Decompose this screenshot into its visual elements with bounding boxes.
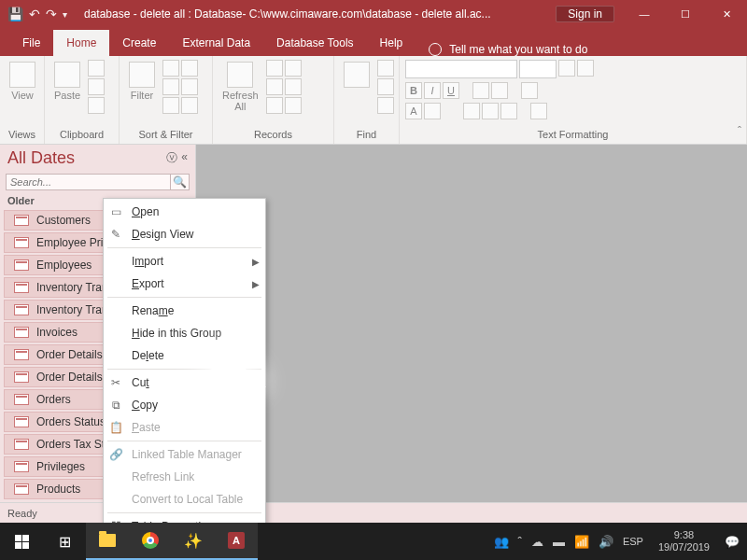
- volume-icon[interactable]: 🔊: [599, 535, 613, 549]
- notifications-icon[interactable]: 💬: [725, 535, 740, 549]
- nav-dropdown-icon[interactable]: ⓥ: [166, 150, 177, 166]
- tab-external-data[interactable]: External Data: [169, 30, 263, 56]
- tab-create[interactable]: Create: [109, 30, 169, 56]
- alt-row-icon[interactable]: [530, 103, 547, 119]
- tell-me-box[interactable]: Tell me what you want to do: [416, 43, 600, 56]
- tell-me-label: Tell me what you want to do: [449, 43, 587, 56]
- search-icon[interactable]: 🔍: [171, 174, 190, 190]
- collapse-ribbon-icon[interactable]: ˆ: [738, 125, 741, 138]
- ctx-linked-table-manager: 🔗Linked Table Manager: [104, 443, 265, 466]
- table-icon: [14, 483, 29, 495]
- goto-icon[interactable]: [377, 78, 394, 95]
- selection-icon[interactable]: [181, 60, 198, 77]
- view-icon: [9, 62, 35, 88]
- close-button[interactable]: ✕: [706, 0, 747, 28]
- ctx-open[interactable]: ▭Open: [104, 201, 265, 223]
- bold-icon[interactable]: B: [405, 82, 422, 99]
- spelling-icon[interactable]: [285, 78, 302, 95]
- nav-search: 🔍: [6, 174, 190, 190]
- maximize-button[interactable]: ☐: [665, 0, 706, 28]
- ctx-copy[interactable]: ⧉Copy: [104, 394, 265, 416]
- advanced-icon[interactable]: [181, 78, 198, 95]
- align-right-icon[interactable]: [500, 103, 517, 119]
- start-button[interactable]: [0, 523, 43, 560]
- indent-inc-icon[interactable]: [577, 60, 594, 77]
- more-icon[interactable]: [285, 97, 302, 114]
- clock-time: 9:38: [658, 529, 710, 541]
- filter-button[interactable]: Filter: [125, 60, 159, 103]
- sign-in-button[interactable]: Sign in: [556, 6, 614, 22]
- find-button[interactable]: [340, 60, 374, 90]
- window-title: database - delete all : Database- C:\www…: [75, 7, 556, 21]
- font-family-combo[interactable]: [405, 60, 517, 78]
- submenu-arrow-icon: ▶: [252, 257, 260, 267]
- language-indicator[interactable]: ESP: [623, 536, 643, 547]
- taskbar-app[interactable]: ✨: [172, 523, 215, 560]
- copy-icon[interactable]: [88, 78, 105, 95]
- group-clipboard: Clipboard: [50, 127, 113, 142]
- folder-icon: [99, 534, 116, 547]
- gridlines-icon[interactable]: [521, 82, 538, 99]
- ctx-design-view[interactable]: ✎Design View: [104, 223, 265, 245]
- nav-search-input[interactable]: [6, 174, 171, 190]
- tab-home[interactable]: Home: [53, 30, 109, 56]
- ctx-rename[interactable]: Rename: [104, 300, 265, 322]
- align-center-icon[interactable]: [482, 103, 499, 119]
- ctx-import[interactable]: Import▶: [104, 250, 265, 273]
- tab-database-tools[interactable]: Database Tools: [263, 30, 367, 56]
- cut-icon[interactable]: [88, 60, 105, 77]
- redo-icon[interactable]: ↷: [46, 7, 57, 21]
- toggle-filter-icon[interactable]: [181, 97, 198, 114]
- table-icon: [14, 349, 29, 360]
- remove-sort-icon[interactable]: [162, 97, 179, 114]
- ctx-export[interactable]: Export▶: [104, 273, 265, 295]
- fill-color-icon[interactable]: [424, 103, 441, 119]
- replace-icon[interactable]: [377, 60, 394, 77]
- task-view-button[interactable]: ⊞: [43, 523, 86, 560]
- wifi-icon[interactable]: 📶: [574, 535, 589, 549]
- refresh-all-button[interactable]: Refresh All: [218, 60, 262, 114]
- new-icon[interactable]: [266, 60, 283, 77]
- font-size-combo[interactable]: [519, 60, 557, 78]
- paste-button[interactable]: Paste: [50, 60, 84, 103]
- tab-help[interactable]: Help: [367, 30, 416, 56]
- italic-icon[interactable]: I: [424, 82, 441, 99]
- ctx-cut[interactable]: ✂Cut: [104, 371, 265, 394]
- taskbar-chrome[interactable]: [129, 523, 172, 560]
- taskbar-explorer[interactable]: [86, 523, 129, 560]
- ctx-hide[interactable]: Hide in this Group: [104, 322, 265, 344]
- save-rec-icon[interactable]: [266, 78, 283, 95]
- table-icon: [14, 439, 29, 450]
- battery-icon[interactable]: ▬: [553, 535, 565, 549]
- taskbar-clock[interactable]: 9:38 19/07/2019: [653, 529, 715, 553]
- nav-shutter-icon[interactable]: «: [181, 150, 188, 166]
- tray-chevron-icon[interactable]: ˆ: [518, 535, 522, 549]
- sort-asc-icon[interactable]: [162, 60, 179, 77]
- underline-icon[interactable]: U: [443, 82, 459, 99]
- format-painter-icon[interactable]: [88, 97, 105, 114]
- table-icon: [14, 461, 29, 472]
- nav-header[interactable]: All Dates ⓥ «: [0, 145, 195, 172]
- title-bar: 💾 ↶ ↷ ▾ database - delete all : Database…: [0, 0, 747, 28]
- view-button[interactable]: View: [6, 60, 39, 103]
- delete-rec-icon[interactable]: [266, 97, 283, 114]
- totals-icon[interactable]: [285, 60, 302, 77]
- ctx-separator: [107, 441, 261, 441]
- ctx-delete[interactable]: Delete: [104, 344, 265, 367]
- sort-desc-icon[interactable]: [162, 78, 179, 95]
- onedrive-icon[interactable]: ☁: [531, 535, 543, 549]
- undo-icon[interactable]: ↶: [29, 7, 40, 21]
- select-icon[interactable]: [377, 97, 394, 114]
- outdent-icon[interactable]: [472, 82, 489, 99]
- tab-file[interactable]: File: [9, 30, 53, 56]
- save-icon[interactable]: 💾: [7, 7, 23, 21]
- indent-dec-icon[interactable]: [558, 60, 575, 77]
- taskbar-access[interactable]: A: [215, 523, 258, 560]
- font-color-icon[interactable]: A: [405, 103, 422, 119]
- qat-dropdown-icon[interactable]: ▾: [63, 9, 67, 20]
- indent-icon[interactable]: [491, 82, 508, 99]
- align-left-icon[interactable]: [463, 103, 480, 119]
- people-icon[interactable]: 👥: [494, 535, 509, 549]
- nav-header-title: All Dates: [7, 148, 75, 168]
- minimize-button[interactable]: ―: [624, 0, 665, 28]
